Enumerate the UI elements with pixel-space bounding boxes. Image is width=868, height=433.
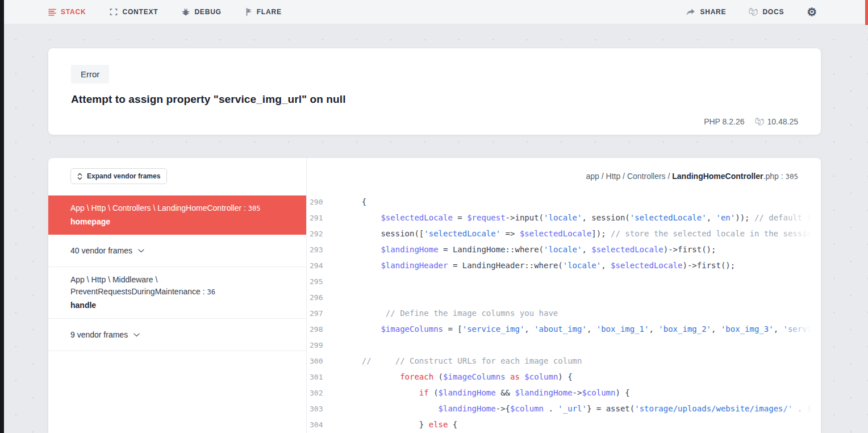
code-content: { [343, 197, 366, 206]
expand-vertical-icon [77, 173, 82, 180]
breadcrumb-filename: LandingHomeController [672, 172, 763, 181]
framework-version-group: 10.48.25 [755, 117, 799, 126]
stack-frames-sidebar: Expand vendor frames App \ Http \ Contro… [48, 158, 307, 433]
expand-vendor-frames-label: Expand vendor frames [87, 172, 160, 180]
tab-context[interactable]: CONTEXT [110, 8, 158, 16]
breadcrumb-extension: .php : [763, 172, 786, 181]
error-card: Error Attempt to assign property "servic… [48, 48, 821, 135]
laravel-version: 10.48.25 [767, 117, 799, 126]
frame-line-number: 36 [207, 288, 215, 296]
line-number: 291 [307, 214, 343, 222]
breadcrumb-path: app / Http / Controllers / [586, 172, 673, 181]
window-left-edge [0, 0, 4, 433]
line-number: 300 [307, 357, 343, 365]
tab-label: FLARE [257, 8, 282, 16]
share-label: SHARE [700, 8, 726, 16]
tab-flare[interactable]: FLARE [245, 8, 282, 16]
topbar-actions: SHAREDOCS⚙ [686, 6, 817, 18]
code-line: 296 [307, 289, 821, 305]
frame-line-number: 305 [248, 205, 261, 213]
frame-path: App \ Http \ Middleware \ [70, 274, 284, 286]
vendor-frames-toggle[interactable]: 40 vendor frames [48, 235, 306, 267]
line-number: 298 [307, 325, 343, 334]
gear-icon: ⚙ [807, 6, 817, 18]
code-content: if ($landingHome && $landingHome->$colum… [343, 388, 630, 397]
line-number: 294 [307, 261, 343, 270]
version-info: PHP 8.2.26 10.48.25 [704, 117, 798, 126]
bug-icon [182, 8, 190, 16]
error-type-badge: Error [71, 65, 109, 84]
stack-frame-selected[interactable]: App \ Http \ Controllers \ LandingHomeCo… [48, 195, 306, 235]
code-lines: 290 {291 $selectedLocale = $request->inp… [307, 194, 821, 432]
docs-label: DOCS [762, 8, 784, 16]
tab-label: CONTEXT [122, 8, 158, 16]
tab-label: DEBUG [194, 8, 221, 16]
tab-debug[interactable]: DEBUG [182, 8, 221, 16]
code-line: 294 $landingHeader = LandingHeader::wher… [307, 257, 821, 273]
code-content: $landingHome->{$column . '_url'} = asset… [343, 404, 812, 413]
expand-vendor-frames-button[interactable]: Expand vendor frames [70, 168, 167, 184]
scrollbar-thumb[interactable] [865, 0, 868, 25]
tab-label: STACK [61, 8, 86, 16]
frame-path: App \ Http \ Controllers \ LandingHomeCo… [70, 202, 284, 215]
flare-flag-icon [245, 8, 252, 16]
share-arrow-icon [686, 9, 695, 16]
vendor-frames-label: 9 vendor frames [70, 330, 128, 339]
line-number: 292 [307, 230, 343, 238]
code-line: 302 if ($landingHome && $landingHome->$c… [307, 385, 821, 401]
code-content: $landingHome = LandingHome::where('local… [343, 245, 716, 254]
line-number: 293 [307, 245, 343, 254]
topbar: STACKCONTEXTDEBUGFLARE SHAREDOCS⚙ [0, 0, 868, 24]
vendor-frames-toggle[interactable]: 9 vendor frames [48, 319, 306, 351]
code-content: session(['selectedLocale' => $selectedLo… [343, 229, 812, 238]
tab-stack[interactable]: STACK [48, 8, 86, 16]
file-path-breadcrumb: app / Http / Controllers / LandingHomeCo… [586, 172, 798, 181]
frame-method: handle [70, 301, 284, 310]
error-message: Attempt to assign property "service_img_… [71, 93, 798, 106]
code-content: // // Construct URLs for each image colu… [343, 356, 582, 365]
docs-button[interactable]: DOCS [749, 7, 784, 16]
line-number: 301 [307, 373, 343, 381]
line-number: 299 [307, 341, 343, 349]
code-line: 298 $imageColumns = ['service_img', 'abo… [307, 321, 821, 337]
topbar-tabs: STACKCONTEXTDEBUGFLARE [48, 8, 282, 16]
chevron-down-icon [138, 249, 144, 253]
stack-trace-card: Expand vendor frames App \ Http \ Contro… [48, 158, 821, 433]
line-number: 296 [307, 293, 343, 302]
settings-button[interactable]: ⚙ [807, 6, 817, 18]
breadcrumb-line-number: 305 [785, 172, 798, 181]
code-line: 304 } else { [307, 417, 821, 432]
code-content: // Define the image columns you have [343, 309, 558, 318]
code-content: $imageColumns = ['service_img', 'about_i… [343, 324, 812, 334]
code-line: 301 foreach ($imageColumns as $column) { [307, 369, 821, 385]
stack-frame[interactable]: App \ Http \ Middleware \PreventRequests… [48, 267, 306, 319]
vendor-frames-label: 40 vendor frames [70, 246, 132, 255]
laravel-icon [755, 117, 764, 126]
code-line: 295 [307, 273, 821, 289]
php-version: PHP 8.2.26 [704, 117, 744, 126]
code-content: } else { [343, 420, 457, 429]
code-line: 293 $landingHome = LandingHome::where('l… [307, 242, 821, 257]
code-line: 300 // // Construct URLs for each image … [307, 353, 821, 369]
share-button[interactable]: SHARE [686, 8, 726, 16]
laravel-icon [749, 7, 758, 16]
line-number: 297 [307, 309, 343, 318]
stack-lines-icon [48, 9, 56, 16]
code-content: foreach ($imageColumns as $column) { [343, 372, 573, 381]
code-line: 290 { [307, 194, 821, 210]
frame-path: PreventRequestsDuringMaintenance : 36 [70, 286, 284, 298]
line-number: 303 [307, 405, 343, 413]
chevron-down-icon [133, 333, 140, 337]
code-line: 297 // Define the image columns you have [307, 305, 821, 321]
frame-method: homepage [70, 217, 284, 226]
context-brackets-icon [110, 9, 118, 15]
code-line: 303 $landingHome->{$column . '_url'} = a… [307, 401, 821, 417]
code-line: 291 $selectedLocale = $request->input('l… [307, 210, 821, 226]
line-number: 295 [307, 277, 343, 286]
code-panel: app / Http / Controllers / LandingHomeCo… [307, 158, 821, 433]
stack-frames: App \ Http \ Controllers \ LandingHomeCo… [48, 195, 306, 351]
line-number: 290 [307, 198, 343, 206]
line-number: 304 [307, 420, 343, 429]
code-line: 299 [307, 337, 821, 353]
code-line: 292 session(['selectedLocale' => $select… [307, 226, 821, 242]
